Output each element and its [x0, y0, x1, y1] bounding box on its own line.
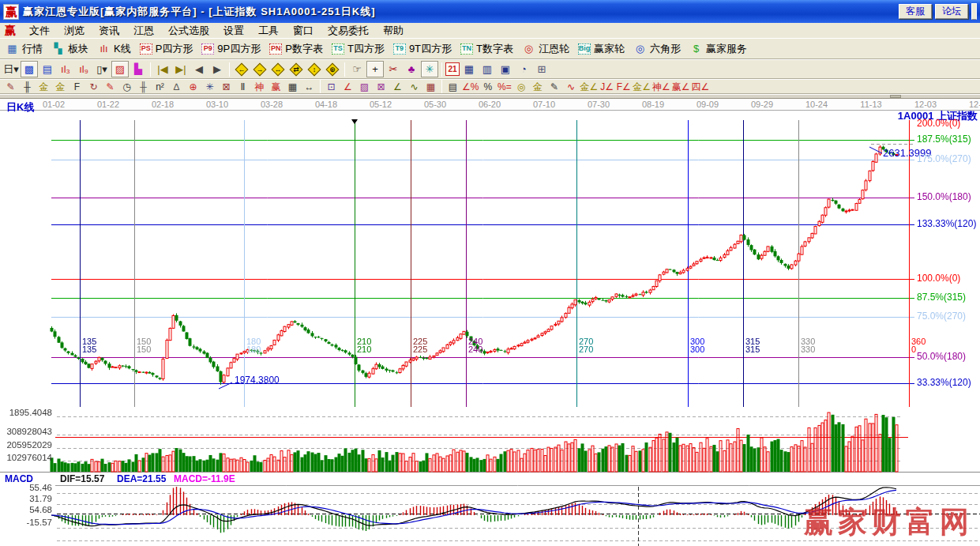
p-number-button[interactable]: PNP数字表	[266, 41, 328, 57]
customer-service-button[interactable]: 客服	[899, 4, 932, 19]
winner-wheel-button[interactable]: Big赢家轮	[575, 41, 629, 57]
menu-item-8[interactable]: 窗口	[286, 23, 321, 39]
gold-ratio-button[interactable]: 金	[36, 80, 52, 94]
forum-button[interactable]: 论坛	[935, 4, 968, 19]
brush-button[interactable]: ✎	[102, 80, 118, 94]
shift-left-button[interactable]: ←	[233, 61, 250, 77]
info-f10-button[interactable]: ▤	[39, 61, 56, 77]
menu-item-9[interactable]: 交易委托	[321, 23, 376, 39]
ink-brush-button[interactable]: ✎	[546, 80, 562, 94]
t-square-button[interactable]: TST四方形	[329, 41, 389, 57]
compass-button[interactable]: ⊕	[185, 80, 201, 94]
window-layout-button[interactable]: ▩	[21, 61, 38, 77]
crosshair-tool-button[interactable]: +	[366, 61, 384, 77]
percent-angle-button[interactable]: ∠%	[461, 80, 479, 94]
hand-tool-button[interactable]: ☞	[348, 61, 366, 77]
expand-x-button[interactable]: ↔	[269, 61, 287, 77]
measure-tool-button[interactable]: ✂	[385, 61, 402, 77]
menu-item-4[interactable]: 江恩	[126, 23, 161, 39]
box-cross-button[interactable]: ⊠	[373, 80, 389, 94]
kchart-button[interactable]: ▨	[111, 61, 129, 77]
grid-target-button[interactable]: ⊠	[218, 80, 235, 94]
chart-canvas[interactable]	[0, 111, 980, 546]
cycle-clock-button[interactable]: ◷	[118, 80, 135, 94]
j-angle-button[interactable]: J∠	[599, 80, 615, 94]
gann-flower-button[interactable]: ♣	[403, 61, 420, 77]
expand-y-button[interactable]: ↕	[306, 61, 323, 77]
gold-angle-button[interactable]: 金∠	[579, 80, 599, 94]
menu-item-7[interactable]: 工具	[251, 23, 286, 39]
shift-right-button[interactable]: →	[251, 61, 268, 77]
gann-wheel-button[interactable]: ◎江恩轮	[519, 41, 574, 57]
splitter-notch[interactable]	[890, 95, 901, 98]
percent-button[interactable]: %	[479, 80, 496, 94]
f-angle-button[interactable]: F∠	[615, 80, 632, 94]
box-fan-button[interactable]: ▨	[356, 80, 373, 94]
wave-a-button[interactable]: ∿	[562, 80, 579, 94]
gold-lines-button[interactable]: 金	[52, 80, 69, 94]
box-tool-button[interactable]: ⊡	[323, 80, 340, 94]
p-square-button-label: P四方形	[156, 42, 193, 56]
first-page-button[interactable]: |◀	[154, 61, 171, 77]
win-tool-button[interactable]: 赢	[268, 80, 284, 94]
trend-angle-button[interactable]: ∠	[389, 80, 406, 94]
last-page-button[interactable]: ▶|	[172, 61, 190, 77]
partial-button[interactable]	[971, 3, 977, 20]
ninet-square-button[interactable]: T99T四方形	[390, 41, 456, 57]
gold-channel-button[interactable]: 金	[529, 80, 546, 94]
gold-angle2-button[interactable]: 金∠	[632, 80, 651, 94]
next-button[interactable]: ▶	[208, 61, 226, 77]
candle-style-button[interactable]: ▯▾	[93, 61, 111, 77]
ruler-grid-button[interactable]: ╫	[19, 80, 36, 94]
fan-lines-button[interactable]: ∠	[340, 80, 356, 94]
bars-9-button[interactable]: ıl₉	[75, 61, 92, 77]
shen-tool-button[interactable]: 神	[251, 80, 268, 94]
calendar-button[interactable]: 21	[445, 62, 460, 76]
notes-button[interactable]: ▥	[479, 61, 496, 77]
gold-circle-button[interactable]: ◎	[513, 80, 529, 94]
toolbar-separator	[441, 80, 442, 94]
menu-item-6[interactable]: 设置	[216, 23, 251, 39]
wave-line-button[interactable]: ∿	[406, 80, 422, 94]
fibonacci-button[interactable]: F	[69, 80, 85, 94]
ninep-square-button[interactable]: P99P四方形	[198, 41, 265, 57]
hexagon-button[interactable]: ◎六角形	[630, 41, 685, 57]
price-grid-button[interactable]: ▦	[284, 80, 301, 94]
small-grid-button[interactable]: ▦	[422, 80, 439, 94]
print-button[interactable]: ⊞	[533, 61, 550, 77]
color-histogram-button[interactable]: ▙	[130, 61, 147, 77]
grid-ruler-button[interactable]: ╫	[135, 80, 152, 94]
fit-all-button[interactable]: ⊕	[324, 61, 341, 77]
pencil-tool-button[interactable]: ✎	[2, 80, 19, 94]
prev-button[interactable]: ◀	[190, 61, 208, 77]
menu-item-2[interactable]: 浏览	[57, 23, 92, 39]
shen-angle-button[interactable]: 神∠	[651, 80, 671, 94]
menu-item-5[interactable]: 公式选股	[161, 23, 216, 39]
menu-item-1[interactable]: 文件	[22, 23, 57, 39]
width-tool-button[interactable]: ↔	[301, 80, 317, 94]
p-square-button[interactable]: PSP四方形	[137, 41, 198, 57]
winner-service-button[interactable]: $赢家服务	[686, 41, 752, 57]
spiral-button[interactable]: ↻	[85, 80, 102, 94]
world-clock-button[interactable]: ◔	[515, 61, 532, 77]
levels-button[interactable]: ▤	[445, 80, 461, 94]
sectors-button[interactable]: ▚板块	[48, 41, 93, 57]
n-square-button[interactable]: n²	[152, 80, 168, 94]
angle-mirror-button[interactable]: ∆	[168, 80, 185, 94]
four-angle-button[interactable]: 四∠	[691, 80, 711, 94]
win-angle-button[interactable]: 赢∠	[671, 80, 691, 94]
quotes-button[interactable]: ▦行情	[2, 41, 47, 57]
wave-brain-button[interactable]: ✳	[421, 61, 438, 77]
menu-item-3[interactable]: 资讯	[92, 23, 126, 39]
save-button[interactable]: ▣	[497, 61, 514, 77]
calculator-button[interactable]: ▦	[460, 61, 478, 77]
t-number-button[interactable]: TNT数字表	[457, 41, 518, 57]
period-day-button[interactable]: 日▾	[2, 61, 20, 77]
compress-x-button[interactable]: ⇄	[287, 61, 305, 77]
bars-3-button[interactable]: ıl₃	[57, 61, 74, 77]
menu-item-10[interactable]: 帮助	[376, 23, 411, 39]
percent-line-button[interactable]: %=	[496, 80, 513, 94]
pillar-button[interactable]: Ⅱ	[235, 80, 251, 94]
star-web-button[interactable]: ✳	[201, 80, 218, 94]
kline-button[interactable]: ılıK线	[94, 41, 136, 57]
